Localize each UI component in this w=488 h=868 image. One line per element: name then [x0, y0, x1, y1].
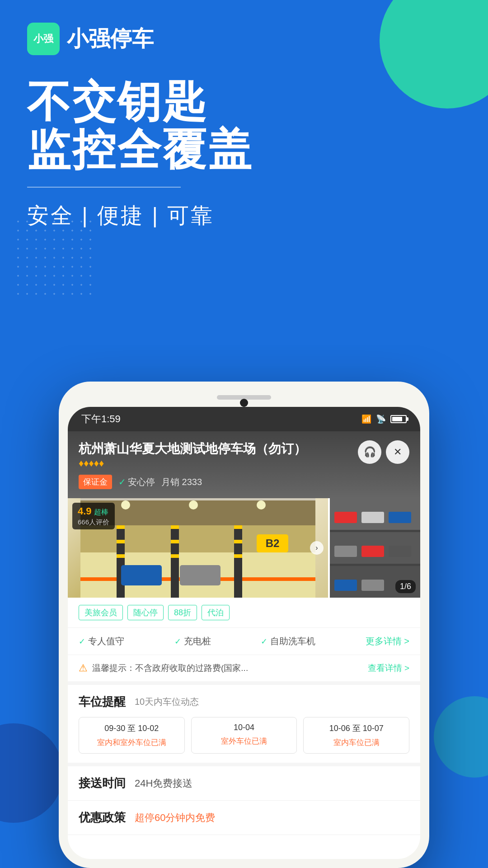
bg-decoration-circle-bottom-left: [0, 723, 63, 823]
svg-rect-23: [121, 565, 162, 585]
tag-suixinting: 随心停: [127, 605, 164, 620]
svg-rect-39: [389, 512, 411, 523]
parking-images: B2 4.9 超棒 666人评价 ›: [68, 498, 420, 598]
svg-rect-42: [389, 546, 411, 557]
svg-rect-18: [234, 525, 242, 529]
date-cards-container: 09-30 至 10-02 室内和室外车位已满 10-04 室外车位已满 10-…: [79, 717, 409, 754]
amenity-charger: ✓ 充电桩: [174, 635, 211, 647]
image-next-button[interactable]: ›: [310, 541, 324, 555]
app-header: 小强 小强停车: [0, 0, 488, 55]
hero-line2: 监控全覆盖: [27, 126, 461, 174]
parking-title: 杭州萧山华夏大地测试地停车场（勿订）: [79, 440, 306, 458]
svg-rect-8: [117, 540, 125, 543]
warning-content: ⚠ 温馨提示：不含政府收取的过路费(国家...: [79, 662, 368, 674]
date-status-1: 室外车位已满: [197, 736, 291, 746]
date-status-2: 室内车位已满: [309, 737, 404, 748]
svg-rect-24: [180, 565, 221, 585]
discount-value: 超停60分钟内免费: [135, 811, 215, 825]
parking-stars: ♦♦♦♦♦: [79, 458, 311, 469]
svg-rect-20: [234, 540, 242, 543]
date-card-2: 10-06 至 10-07 室内车位已满: [303, 717, 409, 754]
svg-rect-7: [117, 533, 125, 536]
svg-rect-27: [80, 498, 315, 500]
phone-outer-shell: 下午1:59 📶 📡 杭州萧山华夏大地测试地停车场（勿订） ♦♦♦♦♦: [59, 382, 429, 868]
date-card-0: 09-30 至 10-02 室内和室外车位已满: [79, 717, 185, 754]
bottom-spacer: [68, 835, 420, 849]
date-range-2: 10-06 至 10-07: [309, 723, 404, 734]
signal-icon: 📶: [361, 414, 371, 424]
svg-rect-41: [361, 546, 384, 557]
amenities-row: ✓ 专人值守 ✓ 充电桩 ✓ 自助洗车机 更多详情 >: [68, 628, 420, 655]
svg-rect-38: [361, 512, 384, 523]
tag-safety: ✓ 安心停: [118, 476, 155, 488]
date-range-1: 10-04: [197, 723, 291, 732]
parking-title-row: 杭州萧山华夏大地测试地停车场（勿订） ♦♦♦♦♦ 🎧 ✕: [79, 440, 409, 469]
warning-link[interactable]: 查看详情 >: [368, 662, 409, 674]
svg-rect-21: [234, 547, 242, 551]
amenity-guard: ✓ 专人值守: [79, 635, 124, 647]
phone-screen: 下午1:59 📶 📡 杭州萧山华夏大地测试地停车场（勿订） ♦♦♦♦♦: [68, 407, 420, 859]
svg-point-30: [257, 500, 266, 509]
date-range-0: 09-30 至 10-02: [84, 723, 179, 734]
svg-rect-19: [234, 533, 242, 536]
parking-actions: 🎧 ✕: [358, 440, 409, 464]
svg-rect-1: [80, 498, 315, 525]
date-card-1: 10-04 室外车位已满: [191, 717, 297, 754]
svg-point-29: [189, 500, 198, 509]
hero-section: 不交钥匙 监控全覆盖 安全 | 便捷 | 可靠: [0, 55, 488, 230]
svg-rect-22: [234, 554, 242, 558]
parking-tags-row: 保证金 ✓ 安心停 月销 2333: [79, 475, 409, 489]
feature-tags-row: 美旅会员 随心停 88折 代泊: [68, 598, 420, 628]
tag-daibo: 代泊: [202, 605, 230, 620]
more-details-link[interactable]: 更多详情 >: [366, 635, 409, 647]
space-reminder-subtitle: 10天内车位动态: [135, 696, 199, 708]
date-status-0: 室内和室外车位已满: [84, 737, 179, 748]
discount-row: 优惠政策 超停60分钟内免费: [68, 801, 420, 835]
tag-guarantee: 保证金: [79, 475, 112, 489]
transfer-value: 24H免费接送: [135, 777, 192, 790]
parking-header: 杭州萧山华夏大地测试地停车场（勿订） ♦♦♦♦♦ 🎧 ✕ 保证金 ✓ 安心停 月…: [68, 431, 420, 498]
svg-rect-35: [330, 530, 420, 532]
svg-rect-15: [171, 547, 179, 551]
bg-decoration-circle-bottom-right: [434, 696, 488, 778]
main-image[interactable]: B2 4.9 超棒 666人评价 ›: [68, 498, 328, 598]
svg-rect-9: [117, 547, 125, 551]
svg-rect-43: [334, 580, 357, 591]
secondary-image[interactable]: 1/6: [330, 498, 420, 598]
hero-tagline: 安全 | 便捷 | 可靠: [27, 201, 461, 230]
parking-title-block: 杭州萧山华夏大地测试地停车场（勿订） ♦♦♦♦♦: [79, 440, 311, 469]
warning-text: 温馨提示：不含政府收取的过路费(国家...: [92, 662, 248, 674]
headset-button[interactable]: 🎧: [358, 440, 381, 464]
svg-rect-14: [171, 540, 179, 543]
svg-text:B2: B2: [266, 537, 280, 549]
status-bar: 下午1:59 📶 📡: [68, 407, 420, 431]
svg-point-28: [121, 500, 130, 509]
status-time: 下午1:59: [81, 412, 121, 426]
tag-discount: 88折: [168, 605, 197, 620]
space-reminder-header: 车位提醒 10天内车位动态: [79, 694, 409, 710]
phone-camera: [240, 399, 248, 407]
svg-rect-10: [117, 554, 125, 558]
space-reminder-section: 车位提醒 10天内车位动态 09-30 至 10-02 室内和室外车位已满 10…: [68, 685, 420, 766]
transfer-label: 接送时间: [79, 775, 126, 791]
svg-rect-12: [171, 525, 179, 529]
amenity-wash: ✓ 自助洗车机: [261, 635, 315, 647]
transfer-row: 接送时间 24H免费接送: [68, 766, 420, 801]
app-logo: 小强: [27, 23, 60, 55]
battery-icon: [390, 415, 407, 423]
discount-label: 优惠政策: [79, 810, 126, 826]
tag-monthly-sales: 月销 2333: [161, 476, 202, 488]
hero-divider: [27, 187, 181, 188]
phone-mockup: 下午1:59 📶 📡 杭州萧山华夏大地测试地停车场（勿订） ♦♦♦♦♦: [59, 382, 429, 868]
close-button[interactable]: ✕: [386, 440, 409, 464]
wifi-icon: 📡: [376, 414, 386, 424]
svg-rect-16: [171, 554, 179, 558]
space-reminder-title: 车位提醒: [79, 694, 126, 710]
app-title: 小强停车: [67, 24, 154, 53]
svg-rect-44: [361, 580, 384, 591]
svg-rect-6: [117, 525, 125, 529]
rating-badge: 4.9 超棒 666人评价: [72, 503, 115, 529]
warning-icon: ⚠: [79, 662, 88, 674]
hero-line1: 不交钥匙: [27, 78, 461, 126]
svg-rect-37: [334, 512, 357, 523]
